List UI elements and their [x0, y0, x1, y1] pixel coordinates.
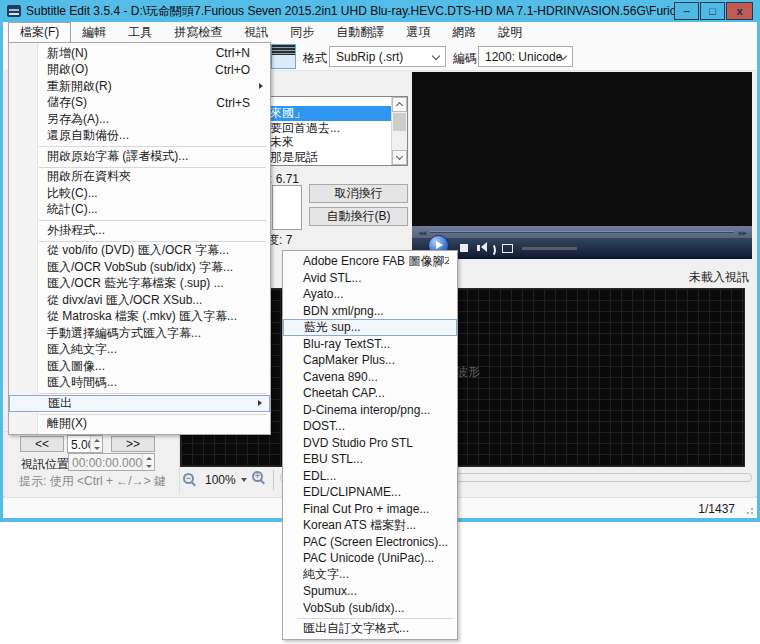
menu-item[interactable]: 匯入/OCR 藍光字幕檔案 (.sup) ... [9, 276, 270, 293]
menu-item-label: 還原自動備份... [47, 127, 129, 144]
menubar-item[interactable]: 拼寫檢查 [163, 22, 233, 42]
volume-slider[interactable] [522, 247, 577, 250]
menu-item[interactable]: 匯入純文字... [9, 342, 270, 359]
seek-back-icon[interactable]: ◀◀ [418, 229, 425, 236]
menubar-item[interactable]: 工具 [117, 22, 163, 42]
menu-item[interactable]: PAC (Screen Electronics)... [283, 534, 457, 551]
menu-item[interactable]: 匯入圖像... [9, 358, 270, 375]
menubar-item-label: 自動翻譯 [336, 24, 384, 41]
video-toggle-button[interactable] [271, 44, 296, 69]
menu-item[interactable]: Blu-ray TextST... [283, 336, 457, 353]
seek-forward-icon[interactable]: ▶▶ [739, 229, 746, 236]
menu-item[interactable]: 開啟(O) Ctrl+O [9, 62, 270, 79]
list-scrollbar[interactable] [391, 97, 407, 165]
menu-item[interactable]: 還原自動備份... [9, 128, 270, 145]
menu-item[interactable]: 比較(C)... [9, 185, 270, 202]
menubar-item[interactable]: 選項 [395, 22, 441, 42]
menu-item[interactable]: Final Cut Pro + image... [283, 501, 457, 518]
video-position-spinner[interactable]: 00:00:00.000 [68, 453, 155, 471]
scroll-up-icon[interactable] [392, 97, 407, 112]
menu-item[interactable]: EDL/CLIPNAME... [283, 484, 457, 501]
menu-item[interactable]: 匯出 [9, 395, 270, 412]
menu-item[interactable]: EBU STL... [283, 451, 457, 468]
subtitle-list-row[interactable]: 要回首過去... [266, 121, 407, 136]
menu-item[interactable]: EDL... [283, 468, 457, 485]
menu-item[interactable]: DVD Studio Pro STL [283, 435, 457, 452]
subtitle-text-box[interactable] [272, 185, 302, 230]
menubar-item[interactable]: 視訊 [233, 22, 279, 42]
waveform-zoom-level[interactable]: 100% [205, 473, 236, 487]
menu-item[interactable]: 開啟所在資料夾 [9, 169, 270, 186]
menu-item[interactable]: 手動選擇編碼方式匯入字幕... [9, 325, 270, 342]
minimize-button[interactable]: – [674, 2, 699, 20]
export-submenu: Adobe Encore FAB 圖像腳本... Avid STL... Aya… [282, 250, 458, 640]
maximize-button[interactable]: □ [700, 2, 725, 20]
menu-item[interactable]: 儲存(S) Ctrl+S [9, 95, 270, 112]
menu-item[interactable]: 從 Matroska 檔案 (.mkv) 匯入字幕... [9, 309, 270, 326]
menu-item[interactable]: CapMaker Plus... [283, 352, 457, 369]
video-display[interactable] [412, 72, 752, 226]
encoding-combobox[interactable]: 1200: Unicode [478, 46, 573, 67]
spinner-up-icon[interactable] [91, 436, 102, 444]
stop-icon[interactable] [460, 244, 468, 252]
menu-item[interactable]: 純文字... [283, 567, 457, 584]
menu-item[interactable]: Avid STL... [283, 270, 457, 287]
menu-item[interactable]: DOST... [283, 418, 457, 435]
menubar-item[interactable]: 網路 [441, 22, 487, 42]
video-seek-bar[interactable]: ◀◀ ▶▶ [412, 226, 752, 238]
menubar-item[interactable]: 自動翻譯 [325, 22, 395, 42]
subtitle-list-row[interactable]: 來國」 [266, 106, 407, 121]
autobreak-button[interactable]: 自動換行(B) [309, 207, 408, 226]
menu-item[interactable]: PAC Unicode (UniPac)... [283, 550, 457, 567]
menu-item[interactable]: 匯入時間碼... [9, 375, 270, 392]
menu-item[interactable]: 匯入/OCR VobSub (sub/idx) 字幕... [9, 259, 270, 276]
menubar-item[interactable]: 同步 [279, 22, 325, 42]
menu-item[interactable]: 開啟原始字幕 (譯者模式)... [9, 148, 270, 165]
scrollbar-thumb[interactable] [393, 113, 406, 131]
menu-item[interactable]: Adobe Encore FAB 圖像腳本... [283, 253, 457, 270]
zoom-in-icon[interactable]: + [252, 471, 263, 482]
menubar-item[interactable]: 檔案(F) [8, 22, 71, 42]
menu-item[interactable]: 從 vob/ifo (DVD) 匯入/OCR 字幕... [9, 243, 270, 260]
unbreak-button[interactable]: 取消換行 [309, 184, 408, 203]
menu-item[interactable]: Cheetah CAP... [283, 385, 457, 402]
menu-item[interactable]: VobSub (sub/idx)... [283, 600, 457, 617]
menu-item[interactable]: 藍光 sup... [283, 319, 457, 336]
menu-item[interactable]: 重新開啟(R) [9, 78, 270, 95]
fullscreen-icon[interactable] [502, 244, 513, 253]
menu-item[interactable]: 統計(C)... [9, 202, 270, 219]
spinner-down-icon[interactable] [143, 462, 154, 470]
subtitle-list-row[interactable]: 未來 [266, 135, 407, 150]
spinner-down-icon[interactable] [91, 444, 102, 452]
volume-icon[interactable] [477, 245, 480, 251]
seek-backward-button[interactable]: << [20, 436, 64, 452]
zoom-caret-icon[interactable] [241, 478, 247, 482]
menu-item[interactable]: 匯出自訂文字格式... [283, 620, 457, 637]
menu-item[interactable]: Spumux... [283, 583, 457, 600]
menubar-item[interactable]: 編輯 [71, 22, 117, 42]
menu-item-label: 純文字... [303, 566, 349, 583]
subtitle-list-row[interactable]: 那是屁話 [266, 150, 407, 165]
menu-item[interactable]: 外掛程式... [9, 222, 270, 239]
menu-item[interactable]: 從 divx/avi 匯入/OCR XSub... [9, 292, 270, 309]
close-button[interactable]: x [726, 2, 753, 20]
spinner-up-icon[interactable] [143, 454, 154, 462]
menu-item-label: EBU STL... [303, 452, 363, 466]
zoom-out-icon[interactable]: − [183, 473, 194, 484]
menu-item[interactable]: Ayato... [283, 286, 457, 303]
menu-item[interactable]: 離開(X) [9, 416, 270, 433]
menu-item[interactable]: 新增(N) Ctrl+N [9, 45, 270, 62]
format-combobox[interactable]: SubRip (.srt) [329, 46, 446, 67]
seek-track[interactable] [430, 231, 734, 233]
step-seconds-spinner[interactable]: 5.000 [67, 435, 103, 453]
seek-forward-button[interactable]: >> [111, 436, 155, 452]
menu-item[interactable]: Cavena 890... [283, 369, 457, 386]
chars-per-second-label: : 6.71 [269, 172, 299, 186]
menubar-item[interactable]: 說明 [487, 22, 533, 42]
menu-item[interactable]: BDN xml/png... [283, 303, 457, 320]
resize-grip-icon[interactable] [744, 505, 753, 514]
menu-item[interactable]: Korean ATS 檔案對... [283, 517, 457, 534]
menu-item[interactable]: D-Cinema interop/png... [283, 402, 457, 419]
scroll-down-icon[interactable] [392, 150, 407, 165]
menu-item[interactable]: 另存為(A)... [9, 111, 270, 128]
